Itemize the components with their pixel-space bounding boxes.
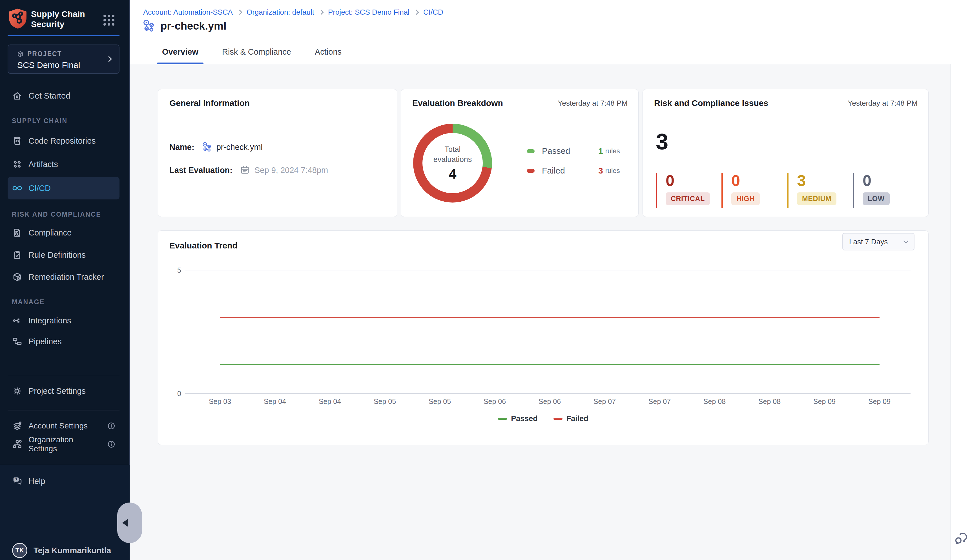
- collapse-left-icon: [122, 519, 128, 527]
- x-axis-labels: Sep 03 Sep 04 Sep 04 Sep 05 Sep 05 Sep 0…: [192, 397, 907, 406]
- app-switcher-icon[interactable]: [104, 15, 114, 26]
- sidebar-item-label: Rule Definitions: [28, 250, 86, 260]
- severity-critical: 0 CRITICAL: [656, 173, 721, 208]
- total-issues-value: 3: [656, 129, 668, 155]
- sidebar-item-code-repositories[interactable]: Code Repositories: [8, 132, 120, 150]
- failed-count: 3: [598, 166, 603, 175]
- sidebar-item-account-settings[interactable]: Account Settings: [8, 417, 120, 435]
- sidebar-section-manage: MANAGE: [12, 298, 45, 306]
- date-range-select[interactable]: Last 7 Days: [842, 233, 915, 250]
- x-tick: Sep 07: [577, 397, 632, 406]
- sidebar-item-project-settings[interactable]: Project Settings: [8, 382, 120, 400]
- name-value: pr-check.yml: [217, 143, 263, 152]
- y-tick-0: 0: [170, 390, 181, 398]
- sidebar-collapse-handle[interactable]: [117, 503, 142, 543]
- passed-unit: rules: [605, 147, 620, 155]
- severity-high: 0 HIGH: [721, 173, 787, 208]
- legend-label: Passed: [542, 146, 598, 156]
- card-title: Risk and Compliance Issues: [654, 98, 768, 108]
- card-timestamp: Yesterday at 7:48 PM: [848, 99, 918, 108]
- legend-label: Passed: [511, 414, 538, 423]
- page-title-row: pr-check.yml: [142, 19, 226, 33]
- user-menu[interactable]: TK Teja Kummarikuntla: [8, 542, 120, 559]
- divider: [8, 375, 120, 375]
- chevron-right-icon: [414, 10, 419, 15]
- x-tick: Sep 05: [412, 397, 467, 406]
- tab-risk-compliance[interactable]: Risk & Compliance: [217, 40, 296, 64]
- low-count: 0: [863, 173, 918, 188]
- sidebar-item-integrations[interactable]: Integrations: [8, 312, 120, 330]
- legend-item-failed: Failed: [553, 414, 588, 423]
- last-evaluation-row: Last Evaluation: Sep 9, 2024 7:48pm: [169, 165, 328, 175]
- project-cube-icon: [17, 50, 24, 58]
- card-title: Evaluation Trend: [169, 241, 237, 250]
- evaluations-donut-chart: Total evaluations 4: [413, 124, 492, 203]
- support-chat-icon[interactable]: [954, 531, 968, 545]
- donut-center-label: Total evaluations: [429, 145, 477, 164]
- sidebar-item-pipelines[interactable]: Pipelines: [8, 332, 120, 350]
- failed-trend-line: [220, 317, 880, 318]
- sidebar-item-artifacts[interactable]: Artifacts: [8, 155, 120, 173]
- tab-bar: Overview Risk & Compliance Actions: [130, 40, 970, 64]
- x-tick: Sep 08: [687, 397, 742, 406]
- breadcrumb-project-link[interactable]: Project: SCS Demo Final: [328, 8, 409, 17]
- failed-line-icon: [553, 418, 563, 420]
- project-selector[interactable]: PROJECT SCS Demo Final: [8, 45, 120, 74]
- compliance-icon: [12, 228, 22, 238]
- critical-count: 0: [666, 173, 721, 188]
- tab-actions[interactable]: Actions: [310, 40, 347, 64]
- right-gutter: [950, 64, 970, 560]
- risk-compliance-issues-card: Risk and Compliance Issues Yesterday at …: [643, 89, 928, 217]
- gear-icon: [12, 386, 22, 396]
- passed-line-icon: [498, 418, 507, 420]
- sidebar-item-rule-definitions[interactable]: Rule Definitions: [8, 246, 120, 264]
- organization-settings-icon: [12, 439, 22, 449]
- code-repositories-icon: [12, 136, 22, 146]
- pipelines-icon: [12, 336, 22, 347]
- product-title: Supply Chain Security: [31, 9, 96, 29]
- chevron-right-icon: [237, 10, 242, 15]
- chevron-right-icon: [106, 56, 112, 62]
- help-chat-icon: ?: [12, 476, 22, 486]
- sidebar-item-organization-settings[interactable]: Organization Settings: [8, 435, 120, 453]
- breadcrumb-organization-link[interactable]: Organization: default: [247, 8, 314, 17]
- y-tick-5: 5: [170, 266, 181, 274]
- date-range-value: Last 7 Days: [849, 237, 888, 246]
- x-tick: Sep 06: [522, 397, 577, 406]
- high-count: 0: [731, 173, 787, 188]
- sidebar-item-label: Integrations: [28, 316, 71, 325]
- severity-medium: 3 MEDIUM: [787, 173, 853, 208]
- sidebar-item-label: Artifacts: [28, 160, 58, 169]
- x-tick: Sep 05: [357, 397, 412, 406]
- sidebar-item-cicd[interactable]: CI/CD: [8, 177, 120, 200]
- info-icon[interactable]: [107, 422, 115, 430]
- tab-overview[interactable]: Overview: [157, 40, 204, 64]
- sidebar-item-label: Compliance: [28, 228, 72, 237]
- page-title: pr-check.yml: [160, 20, 226, 32]
- rule-definitions-icon: [12, 250, 22, 260]
- breadcrumb-cicd-link[interactable]: CI/CD: [423, 8, 443, 17]
- project-label: PROJECT: [27, 50, 62, 58]
- sidebar-item-get-started[interactable]: Get Started: [8, 87, 120, 105]
- chevron-right-icon: [319, 10, 324, 15]
- name-row: Name: pr-check.yml: [169, 142, 263, 152]
- card-timestamp: Yesterday at 7:48 PM: [558, 99, 628, 108]
- donut-total-value: 4: [449, 166, 457, 182]
- sidebar-item-label: Get Started: [28, 91, 70, 100]
- legend-item-failed: Failed 3 rules: [527, 164, 620, 177]
- sidebar-item-label: Pipelines: [28, 337, 62, 346]
- severity-low: 0 LOW: [853, 173, 918, 208]
- breadcrumb: Account: Automation-SSCA Organization: d…: [143, 8, 443, 17]
- breadcrumb-account-link[interactable]: Account: Automation-SSCA: [143, 8, 233, 17]
- sidebar-item-help[interactable]: ? Help: [8, 472, 120, 490]
- x-tick: Sep 04: [247, 397, 302, 406]
- sidebar-item-compliance[interactable]: Compliance: [8, 224, 120, 242]
- legend-item-passed: Passed 1 rules: [527, 145, 620, 157]
- chevron-down-icon: [903, 238, 908, 243]
- card-title: General Information: [169, 98, 250, 108]
- account-settings-icon: [12, 421, 22, 431]
- sidebar-item-remediation-tracker[interactable]: Remediation Tracker: [8, 268, 120, 286]
- sidebar-item-label: CI/CD: [28, 184, 51, 193]
- card-title: Evaluation Breakdown: [412, 98, 503, 108]
- info-icon[interactable]: [107, 440, 115, 448]
